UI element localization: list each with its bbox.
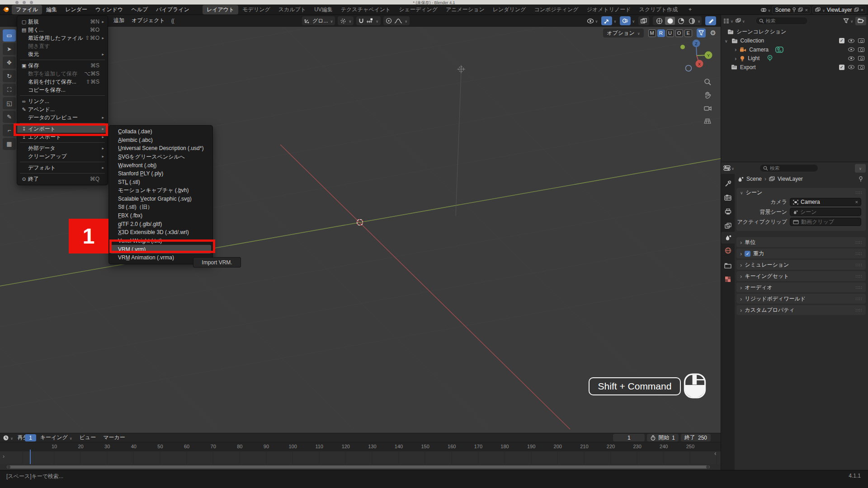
hide-eye-icon[interactable] — [848, 47, 854, 52]
mode-button[interactable]: O — [675, 29, 683, 37]
collection-checkbox[interactable] — [839, 65, 844, 70]
property-panel-header[interactable]: オーディオ — [736, 282, 866, 292]
outliner-row-scene-collection[interactable]: シーンコレクション — [721, 28, 868, 37]
properties-options-dropdown[interactable] — [855, 164, 866, 173]
proportional-edit-controls[interactable] — [383, 16, 410, 25]
import-submenu-item[interactable]: Stl (.stl)（旧） — [109, 203, 212, 211]
property-panel-header[interactable]: シミュレーション — [736, 260, 866, 270]
panel-grip-icon[interactable] — [855, 240, 862, 245]
mode-button[interactable]: E — [684, 29, 692, 37]
marker-menu[interactable]: マーカー — [100, 434, 128, 441]
file-menu-item[interactable] — [20, 142, 105, 143]
active-clip-field[interactable]: 動画クリップ — [790, 218, 861, 226]
outliner-filter-dropdown[interactable] — [736, 18, 745, 24]
menu-bar-item[interactable]: レンダー — [61, 5, 91, 14]
wireframe-shading-button[interactable] — [654, 17, 664, 25]
import-submenu-item[interactable]: Scalable V̲ector Graphic (.svg) — [109, 195, 212, 203]
file-menu-item[interactable] — [20, 95, 105, 96]
keying-menu[interactable]: キーイング — [38, 434, 75, 441]
region-expand-icon[interactable] — [714, 450, 717, 457]
panel-grip-icon[interactable] — [855, 190, 862, 195]
expand-chevron-icon[interactable] — [725, 38, 728, 44]
file-menu-item[interactable]: 外部データ ▸ — [17, 144, 108, 152]
menu-bar-item[interactable]: パイプライン — [152, 5, 193, 14]
file-menu-item[interactable]: アペンド... ▸ — [17, 105, 108, 113]
tab-view-layer[interactable] — [721, 220, 735, 231]
menu-bar-item[interactable]: ファイル — [12, 5, 42, 14]
xray-toggle[interactable] — [638, 16, 649, 25]
workspace-tab[interactable]: レイアウト — [203, 5, 238, 14]
view-menu[interactable]: ビュー — [77, 434, 99, 441]
file-menu-item[interactable]: クリーンアップ ▸ — [17, 152, 108, 160]
tab-texture[interactable] — [721, 273, 735, 285]
channel-expand-icon[interactable] — [3, 453, 5, 460]
import-submenu-item[interactable]: F̲BX (.fbx) — [109, 211, 212, 220]
file-menu-item[interactable]: デフォルト ▸ — [17, 164, 108, 172]
frame-end-field[interactable]: 終了 250 — [681, 434, 711, 441]
menu-bar-item[interactable]: 編集 — [42, 5, 61, 14]
outliner-search-input[interactable] — [766, 18, 802, 23]
file-menu-item[interactable]: 数字を追加して保存 ⌥⌘S ▸ — [17, 70, 108, 78]
filter-funnel-button[interactable] — [697, 28, 706, 38]
copy-scene-icon[interactable] — [798, 7, 803, 12]
frame-start-field[interactable]: 開始 1 — [647, 434, 679, 441]
tab-world[interactable] — [721, 244, 735, 256]
gravity-checkbox[interactable] — [745, 251, 750, 257]
panel-grip-icon[interactable] — [855, 285, 862, 290]
hide-eye-icon[interactable] — [848, 39, 854, 43]
outliner-row-camera[interactable]: Camera — [721, 45, 868, 54]
tab-collection[interactable] — [721, 260, 735, 272]
object-visibility-dropdown[interactable] — [587, 18, 598, 24]
property-panel-header[interactable]: リジッドボディワールド — [736, 294, 866, 304]
pin-icon[interactable] — [792, 7, 796, 13]
import-submenu-item[interactable]: Stanford P̲LY (.ply) — [109, 169, 212, 178]
outliner-row-collection[interactable]: Collection — [721, 37, 868, 46]
annotation-tool-icon[interactable] — [705, 16, 716, 25]
panel-grip-icon[interactable] — [855, 296, 862, 301]
import-submenu-item[interactable]: S̲VGをグリースペンシルへ — [109, 153, 212, 161]
move-tool[interactable]: ✥ — [3, 56, 16, 69]
workspace-tab[interactable]: コンポジティング — [530, 5, 582, 14]
tab-tool[interactable] — [721, 178, 735, 189]
playhead-line[interactable] — [30, 450, 31, 464]
file-menu-item[interactable]: 名前を付けて保存... ⇧⌘S ▸ — [17, 78, 108, 86]
background-scene-field[interactable]: シーン — [790, 208, 861, 216]
file-menu-item[interactable]: 保存 ⌘S ▸ — [17, 61, 108, 70]
add-object-tool[interactable]: ▦ — [3, 138, 16, 150]
mode-button[interactable]: R — [657, 29, 665, 37]
outliner-row-light[interactable]: Light — [721, 54, 868, 63]
properties-search[interactable] — [760, 164, 818, 172]
panel-grip-icon[interactable] — [855, 274, 862, 279]
timeline-ruler[interactable]: 1020304050607080901001101201301401501601… — [0, 442, 721, 451]
add-workspace-button[interactable] — [682, 5, 698, 14]
file-menu-item[interactable]: 最近使用したファイル ⇧⌘O ▸ — [17, 34, 108, 42]
timeline-track-area[interactable] — [0, 451, 721, 464]
view-layer-field[interactable]: ViewLayer — [812, 6, 866, 14]
property-panel-header[interactable]: カスタムプロパティ — [736, 305, 866, 315]
import-submenu-item[interactable]: モーションキャプチャ (.b̲vh) — [109, 186, 212, 195]
object-menu[interactable]: オブジェクト — [128, 16, 169, 25]
transform-orientation-dropdown[interactable]: グロ... — [302, 16, 335, 25]
outliner-funnel-dropdown[interactable] — [843, 18, 853, 24]
workspace-tab[interactable]: アニメーション — [442, 5, 489, 14]
scene-name-field[interactable]: Scene — [772, 6, 810, 14]
unlink-scene-icon[interactable] — [805, 7, 807, 13]
import-submenu-item[interactable]: W̲avefront (.obj) — [109, 161, 212, 169]
disable-render-icon[interactable] — [858, 38, 864, 43]
file-menu-item[interactable]: データのプレビュー ▸ — [17, 113, 108, 122]
camera-field[interactable]: Camera — [790, 198, 861, 206]
properties-search-input[interactable] — [770, 165, 806, 171]
import-submenu-item[interactable]: g̲lTF 2.0 (.glb/.gltf) — [109, 220, 212, 229]
zoom-icon[interactable] — [702, 77, 713, 86]
workspace-tab[interactable]: スクリプト作成 — [635, 5, 682, 14]
property-panel-header[interactable]: キーイングセット — [736, 271, 866, 281]
scene-dropdown-icon[interactable] — [760, 7, 771, 13]
disable-render-icon[interactable] — [858, 65, 864, 70]
hide-eye-icon[interactable] — [848, 65, 854, 69]
import-submenu-item[interactable]: C̲ollada (.dae) — [109, 127, 212, 136]
file-menu-item[interactable] — [20, 60, 105, 60]
current-frame-badge[interactable]: 1 — [25, 434, 36, 441]
mode-button[interactable]: U — [666, 29, 674, 37]
tab-scene[interactable] — [721, 232, 735, 244]
outliner-display-mode-dropdown[interactable] — [723, 18, 733, 24]
